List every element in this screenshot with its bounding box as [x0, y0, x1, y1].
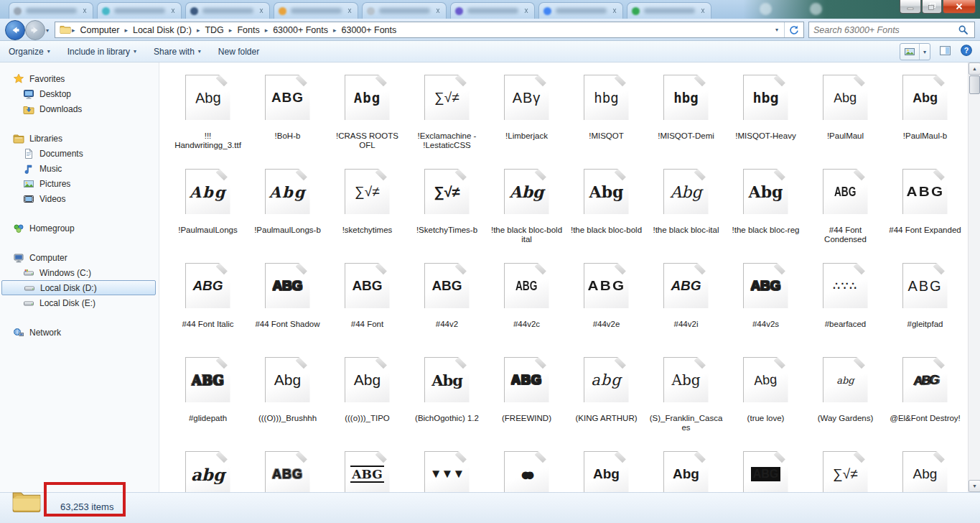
- font-tile[interactable]: ABG#glidepath: [168, 353, 248, 448]
- views-split-button[interactable]: ▾: [900, 43, 930, 60]
- share-with-button[interactable]: Share with▾: [145, 43, 210, 60]
- views-icon[interactable]: [900, 44, 919, 60]
- tab-close-icon[interactable]: x: [81, 7, 88, 14]
- scroll-down-button[interactable]: ▼: [969, 480, 980, 492]
- font-tile[interactable]: Abg!the black bloc-bold: [566, 165, 646, 259]
- organize-button[interactable]: Organize▾: [0, 43, 59, 60]
- browser-tab[interactable]: x: [185, 2, 270, 19]
- font-tile[interactable]: ABG#44v2i: [646, 259, 726, 353]
- include-in-library-button[interactable]: Include in library▾: [59, 43, 145, 60]
- browser-tab[interactable]: x: [627, 2, 711, 19]
- search-input[interactable]: [809, 25, 957, 35]
- font-tile[interactable]: ∑√≠: [806, 448, 885, 492]
- vertical-scrollbar[interactable]: ▲ ▼: [968, 63, 980, 492]
- sidebar-group-network[interactable]: Network: [0, 325, 156, 340]
- restore-button[interactable]: [922, 0, 942, 14]
- font-tile[interactable]: ∴∵∴#bearfaced: [806, 259, 885, 353]
- scrollbar-thumb[interactable]: [969, 75, 980, 94]
- sidebar-item-pictures[interactable]: Pictures: [0, 176, 156, 191]
- sidebar-group-homegroup[interactable]: Homegroup: [0, 221, 156, 236]
- font-tile[interactable]: ABG@El&Font Destroy!: [885, 353, 965, 448]
- font-tile[interactable]: Abg!CRASS ROOTS OFL: [327, 71, 407, 165]
- browser-tab[interactable]: x: [9, 2, 93, 19]
- font-tile[interactable]: abg(Way Gardens): [806, 353, 885, 448]
- address-bar[interactable]: ▸Computer▸Local Disk (D:)▸TDG▸Fonts▸6300…: [55, 22, 804, 38]
- sidebar-item-videos[interactable]: Videos: [0, 191, 156, 206]
- minimize-button[interactable]: [900, 0, 921, 14]
- address-dropdown-icon[interactable]: ▾: [770, 27, 784, 33]
- font-tile[interactable]: ∑√≠!Exclamachine - !LestaticCSS: [407, 71, 487, 165]
- browser-action-icon[interactable]: [810, 3, 822, 15]
- font-tile[interactable]: Abg: [885, 448, 965, 492]
- sidebar-group-favorites[interactable]: Favorites: [0, 71, 156, 86]
- font-tile[interactable]: Abg!PaulmaulLongs: [168, 165, 248, 259]
- sidebar-group-computer[interactable]: Computer: [0, 250, 156, 265]
- font-tile[interactable]: Abg(BichOgothic) 1.2: [407, 353, 487, 448]
- sidebar-item-music[interactable]: Music: [0, 161, 156, 176]
- font-tile[interactable]: ABG#gleitpfad: [885, 259, 965, 353]
- views-dropdown-icon[interactable]: ▾: [919, 44, 930, 60]
- font-tile[interactable]: ABG: [248, 448, 327, 492]
- font-tile[interactable]: Abg!the black bloc-bold ital: [487, 165, 566, 259]
- font-tile[interactable]: Abg!!! Handwritingg_3.ttf: [168, 71, 248, 165]
- tab-close-icon[interactable]: x: [523, 7, 530, 14]
- font-tile[interactable]: ABG#44 Font Italic: [168, 259, 248, 353]
- font-tile[interactable]: abg: [168, 448, 248, 492]
- sidebar-item-downloads[interactable]: Downloads: [0, 101, 156, 116]
- history-dropdown-icon[interactable]: ▾: [46, 27, 49, 34]
- font-tile[interactable]: Abg(((o)))_TIPO: [327, 353, 407, 448]
- font-tile[interactable]: ●●: [487, 448, 566, 492]
- browser-action-icon[interactable]: [760, 3, 772, 15]
- font-tile[interactable]: Abg(true love): [726, 353, 806, 448]
- breadcrumb-segment[interactable]: Local Disk (D:): [129, 24, 196, 37]
- browser-tab[interactable]: x: [538, 2, 623, 19]
- font-tile[interactable]: ΑΒγ!Limberjack: [487, 71, 566, 165]
- sidebar-item-documents[interactable]: Documents: [0, 146, 156, 161]
- font-tile[interactable]: Abg!PaulMaul-b: [885, 71, 965, 165]
- browser-tab[interactable]: x: [362, 2, 447, 19]
- font-tile[interactable]: Abg(((O)))_Brushhh: [248, 353, 327, 448]
- font-tile[interactable]: ABG#44v2: [407, 259, 487, 353]
- preview-pane-button[interactable]: [939, 45, 951, 60]
- browser-tab[interactable]: x: [97, 2, 182, 19]
- sidebar-item-local-disk-d[interactable]: Local Disk (D:): [1, 280, 156, 295]
- font-tile[interactable]: ABG#44 Font Shadow: [248, 259, 327, 353]
- sidebar-item-desktop[interactable]: Desktop: [0, 86, 156, 101]
- font-tile[interactable]: hbg!MISQOT-Demi: [646, 71, 726, 165]
- sidebar-item-windows-c[interactable]: Windows (C:): [0, 265, 156, 280]
- breadcrumb-segment[interactable]: Fonts: [233, 24, 263, 37]
- font-tile[interactable]: ∑√≠!SketchyTimes-b: [407, 165, 487, 259]
- font-tile[interactable]: ▼▼▼: [407, 448, 487, 492]
- tab-close-icon[interactable]: x: [611, 7, 618, 14]
- font-tile[interactable]: hbg!MISQOT-Heavy: [726, 71, 806, 165]
- font-tile[interactable]: abg(KING ARTHUR): [566, 353, 646, 448]
- font-tile[interactable]: Abg!the black bloc-reg: [726, 165, 806, 259]
- breadcrumb-segment[interactable]: 63000+ Fonts: [269, 24, 332, 37]
- breadcrumb-segment[interactable]: TDG: [200, 24, 228, 37]
- tab-close-icon[interactable]: x: [434, 7, 442, 14]
- font-tile[interactable]: ABG!BoH-b: [248, 71, 327, 165]
- font-tile[interactable]: Abg: [566, 448, 646, 492]
- font-tile[interactable]: ∑√≠!sketchytimes: [327, 165, 407, 259]
- font-tile[interactable]: ABG: [327, 448, 407, 492]
- new-folder-button[interactable]: New folder: [210, 43, 268, 60]
- forward-button[interactable]: [25, 20, 45, 40]
- breadcrumb-segment[interactable]: Computer: [76, 24, 124, 37]
- browser-tab[interactable]: x: [274, 2, 358, 19]
- font-tile[interactable]: ABG(FREEWIND): [487, 353, 566, 448]
- back-button[interactable]: [5, 20, 25, 40]
- font-tile[interactable]: Abg: [646, 448, 726, 492]
- browser-tab[interactable]: x: [450, 2, 535, 19]
- tab-close-icon[interactable]: x: [169, 7, 177, 14]
- font-tile[interactable]: ABG#44v2c: [487, 259, 566, 353]
- tab-close-icon[interactable]: x: [699, 7, 706, 14]
- font-tile[interactable]: ABG#44 Font: [327, 259, 407, 353]
- close-button[interactable]: [943, 0, 976, 14]
- font-tile[interactable]: Abg!PaulmaulLongs-b: [248, 165, 327, 259]
- sidebar-group-libraries[interactable]: Libraries: [0, 131, 156, 146]
- font-tile[interactable]: ABG#44 Font Expanded: [885, 165, 965, 259]
- font-tile[interactable]: ABG#44 Font Condensed: [806, 165, 885, 259]
- help-button[interactable]: ?: [960, 44, 973, 60]
- font-tile[interactable]: Abg!PaulMaul: [806, 71, 885, 165]
- scroll-up-button[interactable]: ▲: [969, 63, 980, 75]
